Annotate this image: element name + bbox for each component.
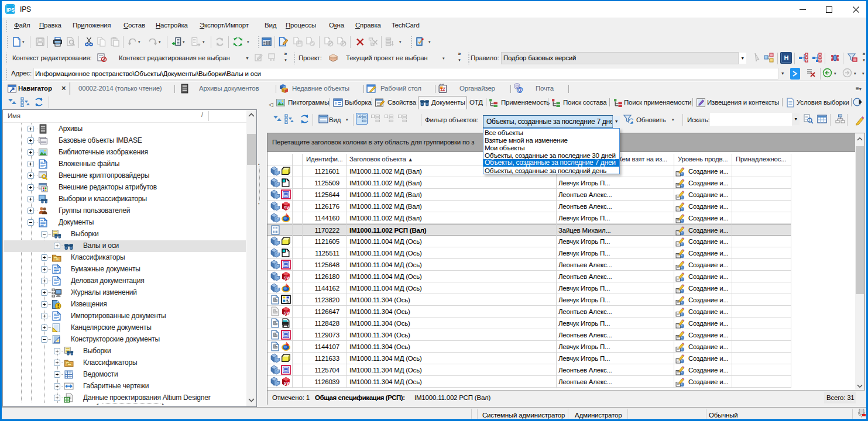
svg-text:@: @ [516, 85, 523, 93]
svg-text:IPS: IPS [6, 7, 15, 13]
svg-text:H: H [784, 54, 788, 61]
